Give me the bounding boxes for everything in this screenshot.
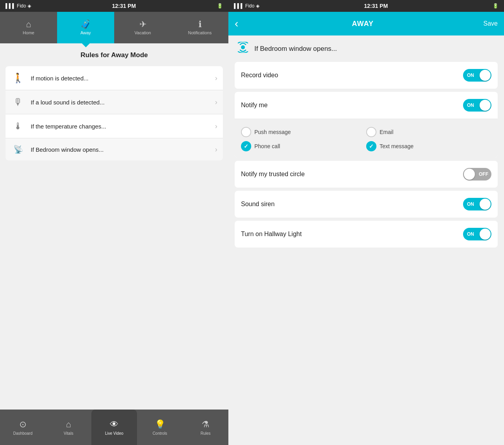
nav-home[interactable]: ⌂ Home [0,12,57,43]
vacation-icon: ✈ [139,20,146,29]
checkbox-email[interactable]: Email [366,127,491,137]
notify-me-toggle-knob [480,100,491,111]
chevron-right-icon-4: › [215,145,217,154]
vitals-icon: ⌂ [66,419,71,430]
notify-circle-toggle-label: OFF [479,171,488,177]
time-right: 12:31 PM [364,3,388,9]
rule-text-motion: If motion is detected... [31,75,215,82]
hallway-light-row: Turn on Hallway Light ON [235,221,498,248]
notify-circle-label: Notify my trusted circle [241,171,463,178]
record-video-toggle-knob [480,70,491,81]
phone-right: ▌▌▌ Fido ◈ 12:31 PM 🔋 ‹ AWAY Save If Bed… [228,0,504,445]
livevideo-icon: 👁 [110,419,119,430]
status-bar-right: ▌▌▌ Fido ◈ 12:31 PM 🔋 [228,0,504,12]
phone-checkbox[interactable] [241,141,251,151]
hallway-light-toggle-knob [480,229,491,240]
rule-text-sound: If a loud sound is detected... [31,99,215,106]
status-bar-left: ▌▌▌ Fido ◈ 12:31 PM 🔋 [0,0,228,12]
notify-me-label: Notify me [241,102,463,109]
sound-siren-toggle-label: ON [467,201,474,207]
rule-list: 🚶 If motion is detected... › 🎙 If a loud… [6,66,223,160]
temperature-icon: 🌡 [11,121,25,132]
record-video-card: Record video ON [235,62,498,89]
nav-vacation-label: Vacation [135,30,151,35]
header-title: AWAY [242,20,483,28]
nav-away[interactable]: 🧳 Away [57,12,114,43]
battery-right: 🔋 [493,3,498,9]
notify-circle-toggle-knob [464,169,475,180]
hallway-light-toggle[interactable]: ON [463,228,491,240]
bottom-nav-vitals[interactable]: ⌂ Vitals [46,410,91,445]
signal-right: ▌▌▌ Fido ◈ [234,3,259,9]
controls-icon: 💡 [155,419,165,430]
notify-me-toggle[interactable]: ON [463,99,491,112]
nav-notifications-label: Notifications [188,30,212,35]
notify-me-row: Notify me ON [235,92,498,119]
bottom-nav-livevideo[interactable]: 👁 Live Video [91,410,137,445]
rule-item-motion[interactable]: 🚶 If motion is detected... › [6,66,223,90]
record-video-toggle-label: ON [467,73,474,78]
section-title: Rules for Away Mode [6,51,223,59]
phone-label: Phone call [254,143,280,149]
motion-icon: 🚶 [11,73,25,84]
chevron-right-icon-3: › [215,122,217,130]
checkbox-grid: Push message Email Phone call Text messa… [241,124,491,156]
checkbox-text[interactable]: Text message [366,141,491,151]
notify-circle-row: Notify my trusted circle OFF [235,161,498,188]
home-icon: ⌂ [26,20,31,29]
top-nav-left: ⌂ Home 🧳 Away ✈ Vacation ℹ Notifications [0,12,228,43]
bottom-nav-rules[interactable]: ⚗ Rules [183,410,228,445]
bottom-nav-controls-label: Controls [152,431,167,436]
hallway-light-label: Turn on Hallway Light [241,231,463,238]
dashboard-icon: ⊙ [19,419,26,430]
nav-arrow [82,43,90,47]
checkbox-push[interactable]: Push message [241,127,366,137]
rule-item-sound[interactable]: 🎙 If a loud sound is detected... › [6,90,223,114]
record-video-label: Record video [241,72,463,79]
notifications-icon: ℹ [198,20,202,29]
away-icon: 🧳 [80,20,91,29]
nav-home-label: Home [23,30,34,35]
rules-icon: ⚗ [202,419,209,430]
chevron-right-icon-2: › [215,98,217,106]
nav-notifications[interactable]: ℹ Notifications [171,12,228,43]
back-button[interactable]: ‹ [235,18,238,29]
push-checkbox[interactable] [241,127,251,137]
bottom-nav-left: ⊙ Dashboard ⌂ Vitals 👁 Live Video 💡 Cont… [0,410,228,445]
sound-siren-label: Sound siren [241,201,463,208]
bottom-nav-livevideo-label: Live Video [105,431,124,436]
sound-siren-toggle-knob [480,199,491,210]
notify-me-toggle-label: ON [467,102,474,108]
sound-siren-toggle[interactable]: ON [463,198,491,210]
window-icon: 📡 [11,145,25,154]
notify-checkboxes-section: Push message Email Phone call Text messa… [235,119,498,158]
bottom-nav-dashboard[interactable]: ⊙ Dashboard [0,410,46,445]
sound-icon: 🎙 [11,97,25,108]
text-checkbox[interactable] [366,141,376,151]
record-video-toggle[interactable]: ON [463,69,491,82]
sound-siren-row: Sound siren ON [235,191,498,218]
nav-vacation[interactable]: ✈ Vacation [114,12,171,43]
sensor-icon [236,42,250,56]
rule-item-temperature[interactable]: 🌡 If the temperature changes... › [6,114,223,138]
rule-item-window[interactable]: 📡 If Bedroom window opens... › [6,138,223,160]
bottom-nav-vitals-label: Vitals [64,431,73,436]
phone-left: ▌▌▌ Fido ◈ 12:31 PM 🔋 ⌂ Home 🧳 Away ✈ Va… [0,0,228,445]
notify-circle-toggle[interactable]: OFF [463,168,491,181]
bottom-nav-controls[interactable]: 💡 Controls [137,410,183,445]
save-button[interactable]: Save [484,20,498,27]
hallway-light-toggle-label: ON [467,231,474,237]
signal-left: ▌▌▌ Fido ◈ [6,3,31,9]
text-label: Text message [380,143,413,149]
right-header: ‹ AWAY Save [228,12,504,35]
battery-left: 🔋 [217,3,223,9]
svg-point-0 [241,45,245,49]
rule-text-window: If Bedroom window opens... [31,146,215,153]
email-label: Email [380,129,393,135]
checkbox-phone[interactable]: Phone call [241,141,366,151]
email-checkbox[interactable] [366,127,376,137]
left-content: Rules for Away Mode 🚶 If motion is detec… [0,43,228,410]
right-content: If Bedroom window opens... Record video … [228,35,504,445]
detail-header: If Bedroom window opens... [235,42,498,56]
rule-text-temperature: If the temperature changes... [31,123,215,130]
